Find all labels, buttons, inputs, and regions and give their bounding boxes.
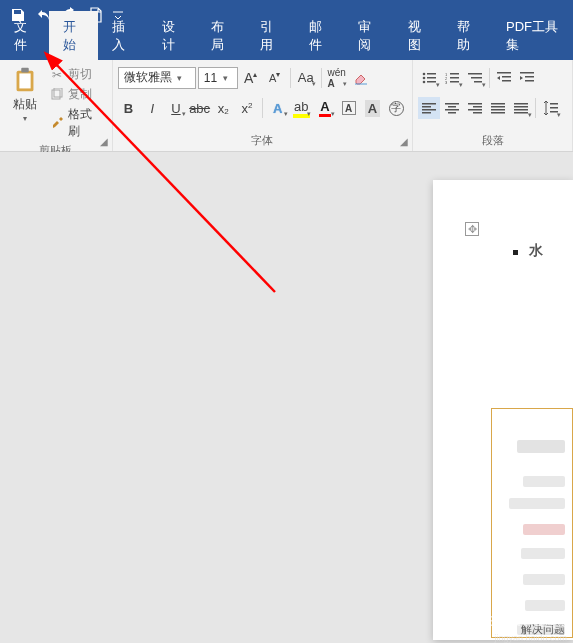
font-size-combo[interactable]: 11 ▾: [198, 67, 238, 89]
svg-rect-43: [514, 106, 528, 108]
copy-button[interactable]: 复制: [46, 85, 106, 104]
svg-rect-41: [491, 112, 505, 114]
svg-rect-1: [19, 73, 30, 88]
font-color-button[interactable]: A: [314, 97, 336, 119]
separator: [321, 68, 322, 88]
subscript-button[interactable]: x2: [212, 97, 234, 119]
svg-point-5: [423, 72, 426, 75]
group-font-label: 字体: [118, 131, 407, 151]
table-move-handle[interactable]: ✥: [465, 222, 479, 236]
svg-rect-25: [525, 80, 534, 82]
decrease-indent-button[interactable]: [493, 67, 515, 89]
tab-view[interactable]: 视图: [394, 11, 443, 60]
align-justify-icon: [491, 103, 505, 114]
bullets-button[interactable]: [418, 67, 440, 89]
font-launcher[interactable]: ◢: [398, 135, 410, 147]
svg-rect-37: [473, 112, 482, 114]
align-distributed-button[interactable]: [510, 97, 532, 119]
svg-rect-45: [514, 112, 528, 114]
document-page[interactable]: ✥ 水: [433, 180, 573, 640]
svg-rect-35: [473, 106, 482, 108]
svg-rect-17: [468, 73, 482, 75]
align-left-button[interactable]: [418, 97, 440, 119]
brush-icon: [49, 115, 65, 131]
group-paragraph: 123: [413, 60, 573, 151]
svg-rect-33: [448, 112, 456, 114]
ribbon-tabs: 文件 开始 插入 设计 布局 引用 邮件 审阅 视图 帮助 PDF工具集: [0, 30, 573, 60]
svg-rect-10: [427, 81, 436, 83]
text-effects-button[interactable]: A: [267, 97, 289, 119]
align-center-button[interactable]: [441, 97, 463, 119]
phonetic-guide-button[interactable]: wénA: [326, 67, 348, 89]
tab-references[interactable]: 引用: [246, 11, 295, 60]
paste-icon: [10, 65, 40, 95]
character-border-button[interactable]: A: [338, 97, 360, 119]
svg-rect-4: [54, 88, 62, 97]
tab-design[interactable]: 设计: [148, 11, 197, 60]
align-right-button[interactable]: [464, 97, 486, 119]
numbering-button[interactable]: 123: [441, 67, 463, 89]
tab-layout[interactable]: 布局: [197, 11, 246, 60]
text-line: [523, 524, 565, 535]
bullet-marker: [513, 250, 518, 255]
character-shading-button[interactable]: A: [362, 97, 384, 119]
line-spacing-button[interactable]: [539, 97, 561, 119]
svg-rect-26: [422, 103, 436, 105]
tab-file[interactable]: 文件: [0, 11, 49, 60]
line-spacing-icon: [542, 101, 558, 115]
increase-indent-icon: [520, 72, 534, 84]
paste-button[interactable]: 粘贴 ▾: [5, 63, 44, 129]
svg-rect-12: [450, 73, 459, 75]
tab-help[interactable]: 帮助: [443, 11, 492, 60]
svg-rect-36: [468, 109, 482, 111]
text-line: [523, 574, 565, 585]
svg-rect-19: [474, 81, 482, 83]
font-name-value: 微软雅黑: [124, 69, 172, 86]
cut-button[interactable]: ✂ 剪切: [46, 65, 106, 84]
text-line: [521, 548, 565, 559]
tab-pdf-tools[interactable]: PDF工具集: [492, 11, 573, 60]
italic-button[interactable]: I: [141, 97, 163, 119]
tab-review[interactable]: 审阅: [344, 11, 393, 60]
highlight-button[interactable]: ab: [291, 97, 313, 119]
enclose-characters-button[interactable]: 字: [385, 97, 407, 119]
multilevel-list-button[interactable]: [464, 67, 486, 89]
grow-font-button[interactable]: A▴: [240, 67, 262, 89]
svg-rect-28: [422, 109, 436, 111]
font-size-value: 11: [204, 71, 217, 85]
svg-rect-40: [491, 109, 505, 111]
svg-rect-46: [550, 103, 558, 105]
multilevel-list-icon: [468, 72, 482, 84]
text-line: [525, 600, 565, 611]
strikethrough-button[interactable]: abc: [189, 97, 211, 119]
svg-rect-27: [422, 106, 431, 108]
tab-insert[interactable]: 插入: [98, 11, 147, 60]
svg-rect-44: [514, 109, 528, 111]
svg-rect-2: [21, 68, 29, 73]
tab-home[interactable]: 开始: [49, 11, 98, 60]
tab-mail[interactable]: 邮件: [295, 11, 344, 60]
decrease-indent-icon: [497, 72, 511, 84]
svg-rect-16: [450, 81, 459, 83]
text-line: [517, 440, 565, 453]
shrink-font-button[interactable]: A▾: [264, 67, 286, 89]
align-justify-button[interactable]: [487, 97, 509, 119]
document-area[interactable]: ✥ 水 解决问题: [0, 152, 573, 643]
clipboard-launcher[interactable]: ◢: [98, 135, 110, 147]
increase-indent-button[interactable]: [516, 67, 538, 89]
superscript-button[interactable]: x2: [236, 97, 258, 119]
change-case-button[interactable]: Aa: [295, 67, 317, 89]
svg-point-9: [423, 80, 426, 83]
font-name-combo[interactable]: 微软雅黑 ▾: [118, 67, 196, 89]
paste-label: 粘贴: [13, 96, 37, 113]
ribbon: 粘贴 ▾ ✂ 剪切 复制 格式刷: [0, 60, 573, 152]
clear-formatting-button[interactable]: [350, 67, 372, 89]
text-line: [523, 476, 565, 487]
svg-rect-6: [427, 73, 436, 75]
underline-button[interactable]: U: [165, 97, 187, 119]
number-list-icon: 123: [445, 72, 459, 84]
cut-label: 剪切: [68, 66, 92, 83]
svg-rect-18: [471, 77, 482, 79]
bold-button[interactable]: B: [118, 97, 140, 119]
svg-rect-29: [422, 112, 431, 114]
